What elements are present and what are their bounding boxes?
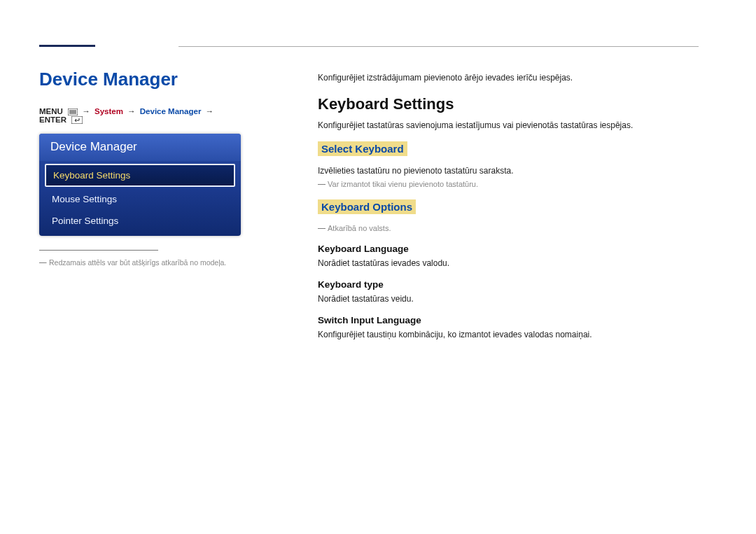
- menu-icon: [68, 108, 78, 115]
- breadcrumb: MENU → System → Device Manager → ENTER: [39, 107, 242, 124]
- right-column: Konfigurējiet izstrādājumam pievienoto ā…: [318, 73, 699, 351]
- panel-item-keyboard-settings[interactable]: Keyboard Settings: [45, 164, 235, 187]
- desc-select-keyboard: Izvēlieties tastatūru no pievienoto tast…: [318, 166, 699, 176]
- arrow-icon: →: [206, 107, 214, 115]
- panel-header: Device Manager: [39, 134, 241, 161]
- left-column: Device Manager MENU → System → Device Ma…: [39, 69, 242, 269]
- header-accent-bar: [39, 45, 95, 47]
- desc-keyboard-type: Norādiet tastatūras veidu.: [318, 294, 699, 304]
- desc-keyboard-settings: Konfigurējiet tastatūras savienojuma ies…: [318, 120, 699, 130]
- crumb-menu: MENU: [39, 107, 63, 115]
- footnote-divider: [39, 250, 158, 251]
- panel-item-mouse-settings[interactable]: Mouse Settings: [39, 188, 241, 210]
- header-divider: [178, 46, 699, 47]
- left-footnote: Redzamais attēls var būt atšķirīgs atkar…: [39, 258, 242, 269]
- page-title: Device Manager: [39, 69, 242, 90]
- heading-switch-input-language: Switch Input Language: [318, 315, 699, 325]
- heading-keyboard-settings: Keyboard Settings: [318, 95, 699, 113]
- crumb-enter: ENTER: [39, 115, 66, 124]
- desc-keyboard-language: Norādiet tastatūras ievades valodu.: [318, 258, 699, 268]
- heading-keyboard-options: Keyboard Options: [318, 199, 416, 214]
- arrow-icon: →: [127, 107, 136, 115]
- enter-icon: [71, 116, 83, 124]
- intro-text: Konfigurējiet izstrādājumam pievienoto ā…: [318, 73, 699, 83]
- arrow-icon: →: [82, 107, 90, 115]
- heading-keyboard-type: Keyboard type: [318, 279, 699, 290]
- note-select-keyboard: Var izmantot tikai vienu pievienoto tast…: [318, 180, 699, 188]
- heading-select-keyboard: Select Keyboard: [318, 141, 407, 156]
- panel-spacer: [39, 232, 241, 236]
- note-keyboard-options: Atkarībā no valsts.: [318, 224, 699, 232]
- desc-switch-input-language: Konfigurējiet taustiņu kombināciju, ko i…: [318, 330, 699, 339]
- heading-keyboard-language: Keyboard Language: [318, 244, 699, 254]
- panel-item-pointer-settings[interactable]: Pointer Settings: [39, 210, 241, 232]
- crumb-system: System: [94, 107, 123, 115]
- device-manager-panel: Device Manager Keyboard Settings Mouse S…: [39, 134, 241, 236]
- crumb-device-manager: Device Manager: [140, 107, 202, 115]
